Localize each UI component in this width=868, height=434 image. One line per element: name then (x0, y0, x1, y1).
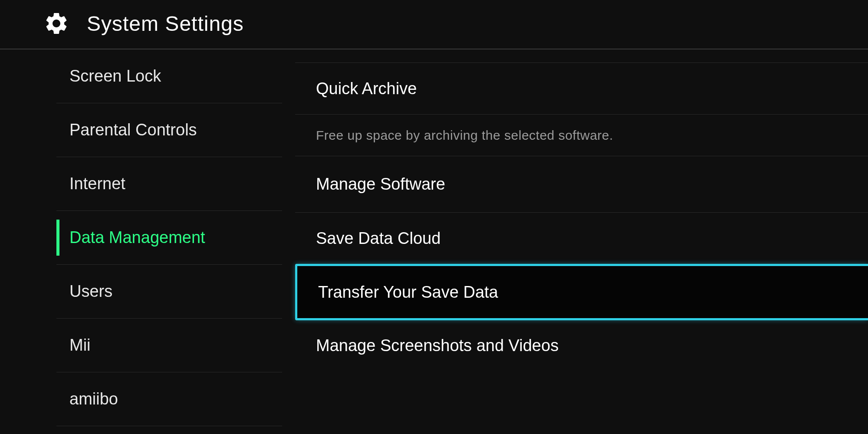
sidebar-item-amiibo[interactable]: amiibo (56, 372, 282, 426)
sidebar-item-label: amiibo (69, 390, 118, 408)
sidebar-item-users[interactable]: Users (56, 265, 282, 319)
option-label: Manage Software (316, 175, 445, 194)
sidebar-item-label: Mii (69, 336, 91, 355)
sidebar-item-label: Data Management (69, 228, 205, 247)
sidebar-item-label: Users (69, 282, 112, 301)
option-label: Quick Archive (316, 79, 417, 98)
page-title: System Settings (87, 12, 244, 36)
gear-icon (43, 10, 69, 36)
sidebar-item-label: Internet (69, 174, 125, 193)
archive-description: Free up space by archiving the selected … (316, 128, 613, 143)
sidebar-item-label: Parental Controls (69, 121, 197, 139)
option-label: Manage Screenshots and Videos (316, 336, 559, 355)
main-panel: Quick Archive Free up space by archiving… (295, 49, 868, 434)
sidebar-item-data-management[interactable]: Data Management (56, 211, 282, 265)
sidebar: Screen Lock Parental Controls Internet D… (0, 49, 295, 434)
sidebar-item-screen-lock[interactable]: Screen Lock (56, 49, 282, 103)
sidebar-item-label: Screen Lock (69, 67, 161, 85)
option-label: Transfer Your Save Data (318, 283, 498, 302)
archive-description-row: Free up space by archiving the selected … (295, 115, 868, 156)
sidebar-item-mii[interactable]: Mii (56, 319, 282, 372)
option-quick-archive[interactable]: Quick Archive (295, 62, 868, 115)
option-label: Save Data Cloud (316, 229, 441, 248)
option-transfer-save-data[interactable]: Transfer Your Save Data (295, 264, 868, 320)
header: System Settings (0, 0, 868, 49)
sidebar-item-parental-controls[interactable]: Parental Controls (56, 103, 282, 157)
body: Screen Lock Parental Controls Internet D… (0, 49, 868, 434)
option-save-data-cloud[interactable]: Save Data Cloud (295, 213, 868, 265)
option-manage-software[interactable]: Manage Software (295, 156, 868, 213)
sidebar-item-internet[interactable]: Internet (56, 157, 282, 211)
option-manage-screenshots-videos[interactable]: Manage Screenshots and Videos (295, 319, 868, 372)
